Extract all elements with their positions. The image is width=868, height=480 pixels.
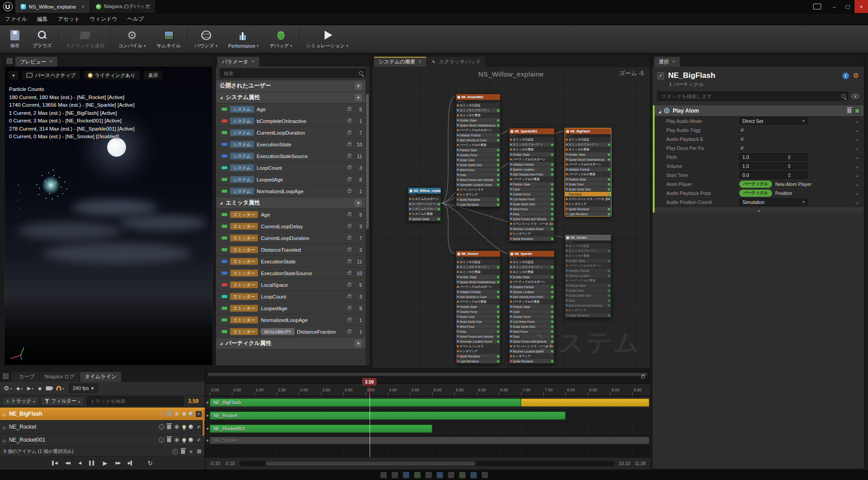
node-stack-row[interactable]: パーティクルの更新 xyxy=(456,299,500,304)
module-enabled-checkbox[interactable] xyxy=(497,139,499,141)
playhead-time-flag[interactable]: 3.59 xyxy=(362,378,376,385)
node-stack-row[interactable]: Sprite Renderer xyxy=(509,236,554,241)
parameter-row[interactable]: システムLoopCount3 xyxy=(216,162,366,174)
node-stack-row[interactable]: Play Atom xyxy=(565,191,611,196)
node-stack-row[interactable]: システムの更新 xyxy=(408,211,441,216)
module-enabled-checkbox[interactable] xyxy=(608,158,610,161)
playhead-marker[interactable] xyxy=(369,386,370,396)
parameter-section-header[interactable]: パーティクル属性 xyxy=(216,338,366,349)
marker-icon[interactable] xyxy=(197,449,201,453)
snapping-button[interactable] xyxy=(56,385,64,391)
expand-section-button[interactable] xyxy=(655,207,863,213)
node-ne-rocket001[interactable]: NE_Rocket001エミッタの設定エミッタのプロパティエミッタの更新Emit… xyxy=(456,94,501,207)
timeline-bar[interactable] xyxy=(210,412,565,420)
transport-play-button[interactable] xyxy=(99,458,111,467)
collapse-arrow-icon[interactable] xyxy=(220,201,222,205)
node-stack-row[interactable]: エミッタの設定 xyxy=(509,137,554,142)
node-header[interactable]: NE_BigFlash xyxy=(565,128,611,134)
parameter-row[interactable]: エミッターExecutionState11 xyxy=(216,256,366,267)
node-stack-row[interactable]: Gravity Force xyxy=(456,309,500,314)
node-stack-row[interactable]: Sprite Renderer xyxy=(565,312,611,317)
module-enabled-checkbox[interactable] xyxy=(608,154,610,156)
module-enabled-checkbox[interactable] xyxy=(608,144,610,146)
track-checkbox[interactable] xyxy=(196,424,202,430)
property-checkbox[interactable] xyxy=(739,127,745,133)
node-stack-row[interactable]: イベントハンドラ xyxy=(456,344,500,349)
browse-button[interactable]: ブラウズ xyxy=(27,25,57,53)
camera-cut-button[interactable] xyxy=(46,386,52,390)
taskbar-icon[interactable] xyxy=(448,472,454,478)
node-stack-row[interactable]: イベントハンドラ xyxy=(456,187,500,192)
filter-button[interactable]: フィルター xyxy=(41,397,83,406)
tab-ns-willow-explaine[interactable]: NS_Willow_explaine xyxy=(15,0,90,13)
minimize-button[interactable] xyxy=(827,0,841,13)
node-stack-row[interactable]: レンダリング xyxy=(456,349,500,353)
burst-icon[interactable] xyxy=(174,410,180,418)
module-enabled-checkbox[interactable] xyxy=(551,168,553,171)
node-stack-row[interactable]: Color xyxy=(509,309,554,314)
module-enabled-checkbox[interactable] xyxy=(438,218,440,220)
bulb-icon[interactable] xyxy=(182,425,186,429)
emitter-enabled-checkbox[interactable] xyxy=(657,72,664,79)
track-row[interactable]: NE_BigFlash xyxy=(0,408,205,421)
property-number-field[interactable]: 1.0 xyxy=(739,162,808,170)
expand-arrow-icon[interactable] xyxy=(3,423,6,431)
parameter-section-header[interactable]: システム属性 xyxy=(216,92,366,104)
module-enabled-checkbox[interactable] xyxy=(608,250,610,252)
tab-close-button[interactable] xyxy=(81,4,85,10)
node-ne-bigflash[interactable]: NE_BigFlashエミッタの設定エミッタのプロパティエミッタの更新Emitt… xyxy=(565,128,611,217)
node-stack-row[interactable]: ユーザーパラメータ xyxy=(408,201,441,206)
node-stack-row[interactable]: Gravity Force xyxy=(456,152,500,157)
info-icon[interactable] xyxy=(159,437,164,443)
node-stack-row[interactable]: イベントハンドラ - ソース: [Death xyxy=(565,196,611,201)
node-ne-smoke[interactable]: NE_Smokeエミッタの設定エミッタのプロパティエミッタの更新Emitter … xyxy=(565,234,611,318)
scrollbar-thumb[interactable] xyxy=(366,94,369,229)
taskbar-icon[interactable] xyxy=(403,472,409,478)
module-enabled-checkbox[interactable] xyxy=(497,149,499,151)
parameters-search-input[interactable] xyxy=(220,68,366,78)
tab-niagara-log[interactable]: Niagara ログ xyxy=(40,372,79,382)
node-stack-row[interactable]: Particle State xyxy=(509,304,554,309)
node-header[interactable]: NE_Smoke xyxy=(565,235,611,240)
module-enabled-checkbox[interactable] xyxy=(854,108,860,113)
node-enabled-checkbox[interactable] xyxy=(566,130,569,133)
module-enabled-checkbox[interactable] xyxy=(497,355,499,358)
node-stack-row[interactable]: Add Velocity from Point xyxy=(509,172,554,177)
node-stack-row[interactable]: パーティクルのスポーン xyxy=(509,157,554,162)
node-stack-row[interactable]: Scale Sprite Size xyxy=(456,319,500,324)
property-menu-caret[interactable] xyxy=(856,171,861,179)
property-menu-caret[interactable] xyxy=(856,117,861,125)
taskbar-icon[interactable] xyxy=(470,472,477,478)
playhead[interactable] xyxy=(370,396,370,457)
burst-icon[interactable] xyxy=(174,423,180,431)
parameter-row[interactable]: エミッターExecutionStateSource10 xyxy=(216,267,366,279)
node-ne-sparkle001[interactable]: NE_Sparkle001エミッタの設定エミッタのプロパティエミッタの更新Emi… xyxy=(509,128,555,241)
parameter-section-header[interactable]: エミッタ属性 xyxy=(216,197,366,209)
property-checkbox[interactable] xyxy=(739,145,745,151)
node-stack-row[interactable]: Particle State xyxy=(456,304,500,309)
node-enabled-checkbox[interactable] xyxy=(457,96,460,99)
module-enabled-checkbox[interactable] xyxy=(497,281,499,283)
module-enabled-checkbox[interactable] xyxy=(497,154,499,156)
node-stack-row[interactable]: エミッタの更新 xyxy=(565,147,611,152)
tab-close-button[interactable] xyxy=(252,59,255,65)
node-stack-row[interactable]: Drag xyxy=(456,329,500,334)
performance-button[interactable]: Performance xyxy=(223,25,264,53)
node-stack-row[interactable]: パーティクルのスポーン xyxy=(565,162,611,167)
node-stack-row[interactable]: Add Velocity from Point xyxy=(509,294,554,299)
node-stack-row[interactable]: Emitter State xyxy=(456,274,500,279)
parameter-row[interactable]: エミッターLoopedAge8 xyxy=(216,303,366,314)
sequencer-lane[interactable]: NE_Smoke xyxy=(205,435,650,446)
taskbar-icon[interactable] xyxy=(425,472,432,478)
sphere-icon[interactable] xyxy=(189,412,193,416)
bounds-button[interactable]: バウンズ xyxy=(189,25,223,53)
module-enabled-checkbox[interactable] xyxy=(608,168,610,171)
module-enabled-checkbox[interactable] xyxy=(551,188,553,190)
parameter-row[interactable]: システムCurrentLoopDuration7 xyxy=(216,127,366,139)
node-stack-row[interactable]: Scale Color xyxy=(456,314,500,319)
node-stack-row[interactable]: レンダリング xyxy=(565,201,611,206)
sequencer-settings-button[interactable] xyxy=(4,385,12,392)
show-button[interactable]: 表示 xyxy=(143,70,163,80)
track-search-input[interactable] xyxy=(86,396,184,406)
property-menu-caret[interactable] xyxy=(856,144,861,152)
